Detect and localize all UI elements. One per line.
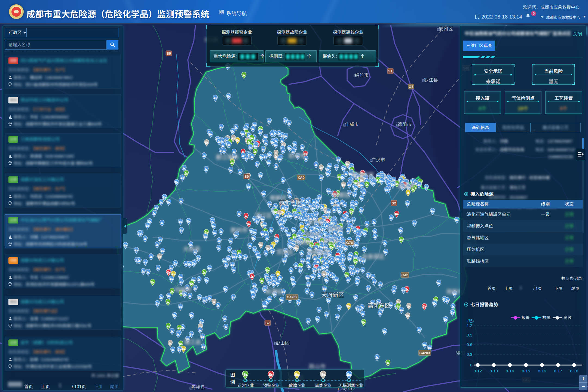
svg-text:武侯区: 武侯区	[295, 240, 311, 245]
svg-text:新都区: 新都区	[333, 192, 350, 198]
svg-text:高新东区: 高新东区	[367, 302, 390, 309]
svg-text:眉山市: 眉山市	[309, 363, 326, 370]
svg-text:成华区: 成华区	[327, 226, 343, 231]
svg-text:XA0: XA0	[298, 176, 304, 180]
svg-text:0.3: 0.3	[467, 352, 472, 357]
svg-text:德阳市: 德阳市	[398, 122, 412, 127]
svg-text:金牛区: 金牛区	[308, 219, 323, 225]
svg-text:彭山区: 彭山区	[276, 341, 290, 346]
svg-text:G42: G42	[402, 273, 408, 277]
svg-text:S1: S1	[388, 69, 393, 73]
svg-text:绵竹市: 绵竹市	[355, 73, 369, 78]
svg-text:G4203: G4203	[419, 351, 430, 355]
svg-text:龙泉驿区: 龙泉驿区	[362, 253, 385, 260]
svg-text:S7: S7	[265, 321, 270, 325]
svg-text:8-13: 8-13	[490, 369, 498, 373]
svg-text:罗江县: 罗江县	[424, 78, 438, 83]
svg-text:8-15: 8-15	[522, 369, 530, 373]
svg-text:丹棱县: 丹棱县	[191, 385, 205, 390]
svg-text:蒲江县: 蒲江县	[184, 339, 201, 345]
svg-text:S2: S2	[392, 201, 396, 205]
svg-text:G4202: G4202	[287, 295, 297, 299]
svg-text:邛崃市: 邛崃市	[174, 287, 191, 293]
svg-text:8-14: 8-14	[506, 369, 514, 373]
svg-text:金堂县: 金堂县	[398, 183, 415, 189]
svg-text:都江堰市: 都江堰市	[216, 154, 239, 160]
svg-text:8-12: 8-12	[474, 369, 482, 373]
svg-text:锦江区: 锦江区	[322, 238, 338, 244]
svg-text:高新南区: 高新南区	[307, 249, 330, 255]
svg-text:新津区: 新津区	[266, 289, 283, 295]
svg-text:8-16: 8-16	[538, 369, 546, 373]
svg-text:G76: G76	[346, 241, 353, 245]
svg-text:G5: G5	[409, 85, 413, 89]
svg-text:彭州市: 彭州市	[289, 153, 306, 159]
svg-text:崇州市: 崇州市	[231, 227, 248, 233]
svg-text:0.9: 0.9	[467, 333, 472, 337]
svg-text:8-18: 8-18	[570, 369, 578, 373]
svg-text:S9: S9	[167, 51, 171, 56]
svg-text:什邡市: 什邡市	[345, 122, 359, 127]
svg-text:大邑县: 大邑县	[183, 246, 200, 252]
svg-text:0: 0	[470, 363, 472, 367]
svg-text:青白江区: 青白江区	[351, 172, 374, 178]
svg-text:安州区: 安州区	[439, 26, 453, 32]
svg-text:广汉市: 广汉市	[371, 157, 385, 163]
svg-text:高新西区: 高新西区	[278, 199, 301, 205]
svg-text:青羊区: 青羊区	[305, 232, 321, 238]
svg-text:温江区: 温江区	[255, 212, 272, 219]
svg-text:天府新区: 天府新区	[321, 292, 344, 298]
svg-text:S9: S9	[244, 174, 249, 179]
svg-text:1.2: 1.2	[467, 323, 472, 328]
svg-text:8-17: 8-17	[554, 369, 562, 373]
svg-text:0.6: 0.6	[467, 342, 472, 347]
svg-text:双流区: 双流区	[277, 249, 294, 255]
svg-text:(起): (起)	[467, 319, 474, 323]
